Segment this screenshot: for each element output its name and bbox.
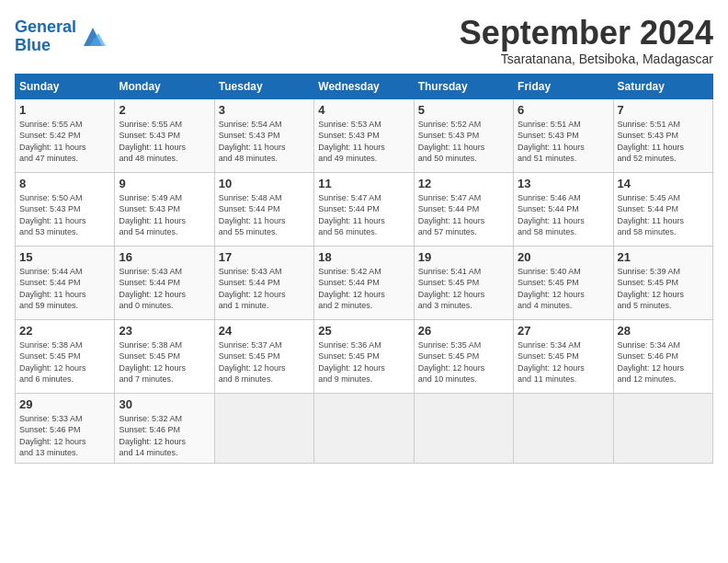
day-info: Sunrise: 5:44 AM Sunset: 5:44 PM Dayligh… [19,266,110,312]
day-info: Sunrise: 5:41 AM Sunset: 5:45 PM Dayligh… [418,266,509,312]
day-info: Sunrise: 5:32 AM Sunset: 5:46 PM Dayligh… [119,413,210,459]
calendar-cell: 18Sunrise: 5:42 AM Sunset: 5:44 PM Dayli… [314,246,414,319]
calendar-week-4: 22Sunrise: 5:38 AM Sunset: 5:45 PM Dayli… [16,319,713,393]
calendar-cell [414,393,513,463]
day-number: 13 [518,177,609,190]
day-info: Sunrise: 5:49 AM Sunset: 5:43 PM Dayligh… [119,192,210,238]
day-info: Sunrise: 5:43 AM Sunset: 5:44 PM Dayligh… [119,266,210,312]
day-number: 16 [119,250,210,264]
calendar-cell: 25Sunrise: 5:36 AM Sunset: 5:45 PM Dayli… [314,319,414,393]
calendar-cell: 29Sunrise: 5:33 AM Sunset: 5:46 PM Dayli… [16,393,115,463]
day-info: Sunrise: 5:37 AM Sunset: 5:45 PM Dayligh… [219,339,310,385]
calendar-cell: 2Sunrise: 5:55 AM Sunset: 5:43 PM Daylig… [115,98,214,172]
calendar-cell: 14Sunrise: 5:45 AM Sunset: 5:44 PM Dayli… [613,172,712,246]
calendar-cell: 21Sunrise: 5:39 AM Sunset: 5:45 PM Dayli… [613,246,712,319]
calendar-cell [214,393,313,463]
day-number: 19 [418,250,509,264]
day-info: Sunrise: 5:55 AM Sunset: 5:42 PM Dayligh… [19,119,110,165]
calendar-cell: 27Sunrise: 5:34 AM Sunset: 5:45 PM Dayli… [514,319,613,393]
day-info: Sunrise: 5:46 AM Sunset: 5:44 PM Dayligh… [518,192,609,238]
day-info: Sunrise: 5:48 AM Sunset: 5:44 PM Dayligh… [219,192,310,238]
calendar-cell: 4Sunrise: 5:53 AM Sunset: 5:43 PM Daylig… [314,98,414,172]
calendar-cell: 26Sunrise: 5:35 AM Sunset: 5:45 PM Dayli… [414,319,513,393]
calendar-cell: 20Sunrise: 5:40 AM Sunset: 5:45 PM Dayli… [514,246,613,319]
day-number: 4 [318,103,409,117]
calendar-cell: 24Sunrise: 5:37 AM Sunset: 5:45 PM Dayli… [214,319,313,393]
day-number: 8 [19,177,110,190]
day-info: Sunrise: 5:53 AM Sunset: 5:43 PM Dayligh… [318,119,409,165]
calendar-cell: 1Sunrise: 5:55 AM Sunset: 5:42 PM Daylig… [16,98,115,172]
calendar-cell: 16Sunrise: 5:43 AM Sunset: 5:44 PM Dayli… [115,246,214,319]
day-info: Sunrise: 5:42 AM Sunset: 5:44 PM Dayligh… [318,266,409,312]
calendar-cell: 23Sunrise: 5:38 AM Sunset: 5:45 PM Dayli… [115,319,214,393]
day-number: 12 [418,177,509,190]
calendar-cell: 12Sunrise: 5:47 AM Sunset: 5:44 PM Dayli… [414,172,513,246]
day-number: 6 [518,103,609,117]
day-number: 24 [219,324,310,338]
weekday-header-row: SundayMondayTuesdayWednesdayThursdayFrid… [16,74,713,98]
day-info: Sunrise: 5:36 AM Sunset: 5:45 PM Dayligh… [318,339,409,385]
day-info: Sunrise: 5:55 AM Sunset: 5:43 PM Dayligh… [119,119,210,165]
calendar-cell [613,393,712,463]
weekday-header-thursday: Thursday [414,74,513,98]
day-number: 15 [19,250,110,264]
calendar-week-3: 15Sunrise: 5:44 AM Sunset: 5:44 PM Dayli… [16,246,713,319]
day-info: Sunrise: 5:38 AM Sunset: 5:45 PM Dayligh… [19,339,110,385]
weekday-header-wednesday: Wednesday [314,74,414,98]
weekday-header-friday: Friday [514,74,613,98]
title-area: September 2024 Tsaratanana, Betsiboka, M… [460,15,713,66]
location-title: Tsaratanana, Betsiboka, Madagascar [460,52,713,66]
logo: General Blue [15,18,106,55]
day-info: Sunrise: 5:45 AM Sunset: 5:44 PM Dayligh… [618,192,709,238]
day-number: 2 [119,103,210,117]
day-number: 30 [119,397,210,411]
calendar-cell [514,393,613,463]
day-info: Sunrise: 5:38 AM Sunset: 5:45 PM Dayligh… [119,339,210,385]
weekday-header-sunday: Sunday [16,74,115,98]
calendar-cell: 22Sunrise: 5:38 AM Sunset: 5:45 PM Dayli… [16,319,115,393]
calendar-cell: 30Sunrise: 5:32 AM Sunset: 5:46 PM Dayli… [115,393,214,463]
day-number: 29 [19,397,110,411]
calendar-cell: 10Sunrise: 5:48 AM Sunset: 5:44 PM Dayli… [214,172,313,246]
day-info: Sunrise: 5:47 AM Sunset: 5:44 PM Dayligh… [318,192,409,238]
day-number: 25 [318,324,409,338]
day-info: Sunrise: 5:51 AM Sunset: 5:43 PM Dayligh… [618,119,709,165]
day-number: 22 [19,324,110,338]
logo-blue: Blue [15,36,51,54]
day-number: 14 [618,177,709,190]
day-info: Sunrise: 5:35 AM Sunset: 5:45 PM Dayligh… [418,339,509,385]
day-number: 7 [618,103,709,117]
day-number: 20 [518,250,609,264]
day-number: 28 [618,324,709,338]
weekday-header-saturday: Saturday [613,74,712,98]
day-number: 17 [219,250,310,264]
calendar-cell: 28Sunrise: 5:34 AM Sunset: 5:46 PM Dayli… [613,319,712,393]
day-number: 1 [19,103,110,117]
calendar-cell: 8Sunrise: 5:50 AM Sunset: 5:43 PM Daylig… [16,172,115,246]
day-info: Sunrise: 5:51 AM Sunset: 5:43 PM Dayligh… [518,119,609,165]
day-number: 23 [119,324,210,338]
calendar-cell: 7Sunrise: 5:51 AM Sunset: 5:43 PM Daylig… [613,98,712,172]
calendar-cell [314,393,414,463]
day-info: Sunrise: 5:39 AM Sunset: 5:45 PM Dayligh… [618,266,709,312]
day-number: 21 [618,250,709,264]
day-info: Sunrise: 5:34 AM Sunset: 5:46 PM Dayligh… [618,339,709,385]
calendar-week-1: 1Sunrise: 5:55 AM Sunset: 5:42 PM Daylig… [16,98,713,172]
calendar-week-2: 8Sunrise: 5:50 AM Sunset: 5:43 PM Daylig… [16,172,713,246]
calendar-cell: 5Sunrise: 5:52 AM Sunset: 5:43 PM Daylig… [414,98,513,172]
day-number: 18 [318,250,409,264]
day-number: 9 [119,177,210,190]
calendar-cell: 15Sunrise: 5:44 AM Sunset: 5:44 PM Dayli… [16,246,115,319]
logo-general: General [15,17,76,36]
calendar-cell: 3Sunrise: 5:54 AM Sunset: 5:43 PM Daylig… [214,98,313,172]
calendar-cell: 6Sunrise: 5:51 AM Sunset: 5:43 PM Daylig… [514,98,613,172]
calendar-week-5: 29Sunrise: 5:33 AM Sunset: 5:46 PM Dayli… [16,393,713,463]
day-number: 10 [219,177,310,190]
month-title: September 2024 [460,15,713,52]
calendar-cell: 19Sunrise: 5:41 AM Sunset: 5:45 PM Dayli… [414,246,513,319]
day-number: 5 [418,103,509,117]
day-info: Sunrise: 5:54 AM Sunset: 5:43 PM Dayligh… [219,119,310,165]
day-info: Sunrise: 5:33 AM Sunset: 5:46 PM Dayligh… [19,413,110,459]
day-info: Sunrise: 5:34 AM Sunset: 5:45 PM Dayligh… [518,339,609,385]
logo-text: General Blue [15,18,76,55]
